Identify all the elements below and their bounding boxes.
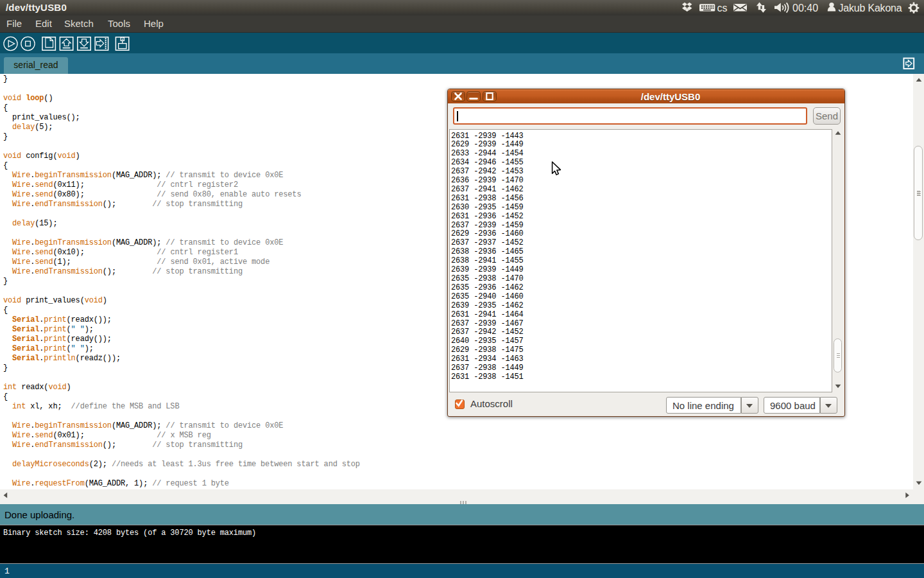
- svg-text:Jakub Kakona: Jakub Kakona: [839, 3, 902, 13]
- svg-text:cs: cs: [717, 3, 728, 13]
- svg-text:00:40: 00:40: [792, 3, 818, 13]
